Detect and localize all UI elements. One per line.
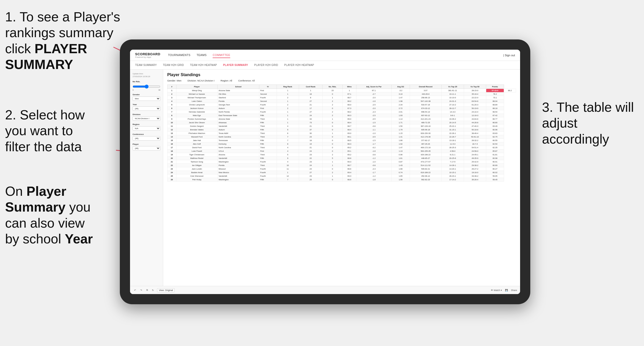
toolbar-right: 👁 Watch ▾ 💾 Share	[491, 289, 517, 292]
table-cell: 67.1	[343, 92, 356, 96]
toolbar-watch[interactable]: 👁 Watch ▾	[491, 289, 502, 292]
table-cell: Nicholas Gabrelcik	[176, 110, 217, 114]
table-cell: 412-178-36	[410, 135, 441, 139]
nav-item-committee[interactable]: COMMITTEE	[213, 52, 230, 58]
subnav-player-h2h-heatmap[interactable]: PLAYER H2H HEATMAP	[284, 64, 314, 66]
table-cell: 4	[277, 149, 299, 153]
step3-text: On PlayerSummary youcan also viewby scho…	[5, 184, 93, 246]
table-cell: 4-58-0	[442, 149, 464, 153]
table-cell: 57-23-0	[486, 89, 504, 92]
nav-item-teams[interactable]: TEAMS	[197, 52, 207, 58]
table-cell: 47-40-3	[464, 124, 486, 128]
table-cell: First	[259, 149, 277, 153]
nav-item-tournaments[interactable]: TOURNAMENTS	[168, 52, 190, 58]
table-cell: Auburn	[217, 128, 259, 132]
step3-annotation: On PlayerSummary youcan also viewby scho…	[5, 183, 122, 247]
table-cell: 0	[323, 149, 343, 153]
table-cell: 473-177-57	[410, 160, 441, 164]
table-cell: 1.15	[392, 132, 410, 135]
table-cell: Bastien Amat	[176, 171, 217, 174]
toolbar-view-button[interactable]: View: Original	[157, 288, 175, 292]
table-cell: Fourth	[259, 96, 277, 100]
no-rds-section: No Rds. 0 30	[133, 80, 160, 91]
table-cell: 23	[168, 167, 176, 171]
table-cell: 3.07	[410, 89, 441, 92]
table-cell: -1.7	[356, 142, 392, 146]
toolbar-redo[interactable]: ↷	[139, 288, 143, 292]
table-cell: Washington	[217, 178, 259, 182]
no-rds-slider[interactable]	[133, 85, 160, 89]
table-cell: East Tennessee State	[217, 114, 259, 117]
table-cell: 2	[323, 103, 343, 107]
table-cell: 8-21-1	[442, 153, 464, 157]
table-cell: -1.0	[356, 132, 392, 135]
table-cell: 605-96-18	[410, 128, 441, 132]
logo-title: SCOREBOARD	[135, 52, 160, 56]
nav-items: TOURNAMENTS TEAMS COMMITTEE	[168, 52, 503, 58]
table-cell: Stanford	[217, 96, 259, 100]
table-row: 22Ian GilliganFloridaThird1024168.7-0.81…	[168, 164, 516, 167]
table-cell: Fifth	[259, 178, 277, 182]
subnav-team-summary[interactable]: TEAM SUMMARY	[135, 64, 157, 66]
toolbar-share[interactable]: Share	[511, 289, 517, 292]
table-row: 26Petr HrubyWashingtonFifth725068.6-1.81…	[168, 178, 516, 182]
subnav-player-summary[interactable]: PLAYER SUMMARY	[223, 64, 248, 66]
sign-out-link[interactable]: | Sign out	[503, 54, 515, 57]
conference-select[interactable]: (All)	[133, 136, 160, 141]
subnav-team-h2h-heatmap[interactable]: TEAM H2H HEATMAP	[190, 64, 217, 66]
subnav-player-h2h-grid[interactable]: PLAYER H2H GRID	[254, 64, 278, 66]
toolbar-refresh[interactable]: ↻	[151, 288, 155, 292]
table-cell: 22-26-7	[442, 135, 464, 139]
table-cell: 377-82-17	[410, 139, 441, 142]
year-select[interactable]: (All) First Second Third Fourth Fifth	[133, 106, 160, 111]
table-cell: 1.79	[392, 128, 410, 132]
table-cell: 24-10-4	[464, 110, 486, 114]
toolbar-copy[interactable]: ⧉	[145, 288, 149, 292]
table-cell: 2.72	[392, 107, 410, 110]
subnav-team-h2h-grid[interactable]: TEAM H2H GRID	[163, 64, 184, 66]
table-cell: -0.8	[356, 164, 392, 167]
table-cell: 18-7-3	[464, 142, 486, 146]
table-cell: 68.89	[486, 103, 504, 107]
table-cell: 20-14-5	[442, 121, 464, 124]
table-cell: 1.66	[392, 139, 410, 142]
slider-range: 0 30	[133, 89, 160, 91]
no-rds-label: No Rds.	[133, 80, 160, 83]
table-cell: 19	[168, 153, 176, 157]
region-select[interactable]: N/A	[133, 126, 160, 131]
table-cell: 68.2	[343, 110, 356, 114]
toolbar-undo[interactable]: ↶	[133, 288, 137, 292]
table-row: 25Cole SherwoodVanderbiltFourth1223169.3…	[168, 174, 516, 178]
player-label: Player	[133, 143, 160, 145]
table-cell: 67.1	[356, 89, 392, 92]
table-cell: Petr Hruby	[176, 178, 217, 182]
col-yr: Yr	[259, 85, 277, 89]
table-cell: 1.98	[392, 100, 410, 103]
table-cell: 616-168-22	[410, 171, 441, 174]
table-cell: -2.0	[356, 107, 392, 110]
app-nav: SCOREBOARD Powered by clippi TOURNAMENTS…	[130, 50, 520, 61]
table-cell: Kentucky	[217, 142, 259, 146]
app-logo: SCOREBOARD Powered by clippi	[135, 52, 160, 58]
table-cell: 66.80	[486, 121, 504, 124]
table-cell: 11-5-3	[442, 142, 464, 146]
table-cell: 0	[323, 135, 343, 139]
table-cell: 628-150-30	[410, 132, 441, 135]
table-cell: 11	[277, 167, 299, 171]
table-cell: Georgia Tech	[217, 103, 259, 107]
col-no-rds: No. Rds.	[323, 85, 343, 89]
table-cell: 15	[168, 139, 176, 142]
player-select[interactable]: (All)	[133, 146, 160, 150]
division-select[interactable]: NCAA Division I	[133, 116, 160, 121]
table-cell: Gordon Sargent	[176, 124, 217, 128]
table-cell: 26-32-2	[464, 139, 486, 142]
table-cell: -1.8	[356, 178, 392, 182]
table-cell: Mats Ege	[176, 114, 217, 117]
table-cell: 1.14	[392, 117, 410, 121]
table-cell: Jake Hall	[176, 139, 217, 142]
gender-select[interactable]: Men Women	[133, 96, 160, 101]
toolbar-export[interactable]: 💾	[505, 289, 508, 292]
table-cell: Vanderbilt	[217, 174, 259, 178]
table-cell: 1.56	[392, 178, 410, 182]
table-cell: 2.34	[392, 103, 410, 107]
